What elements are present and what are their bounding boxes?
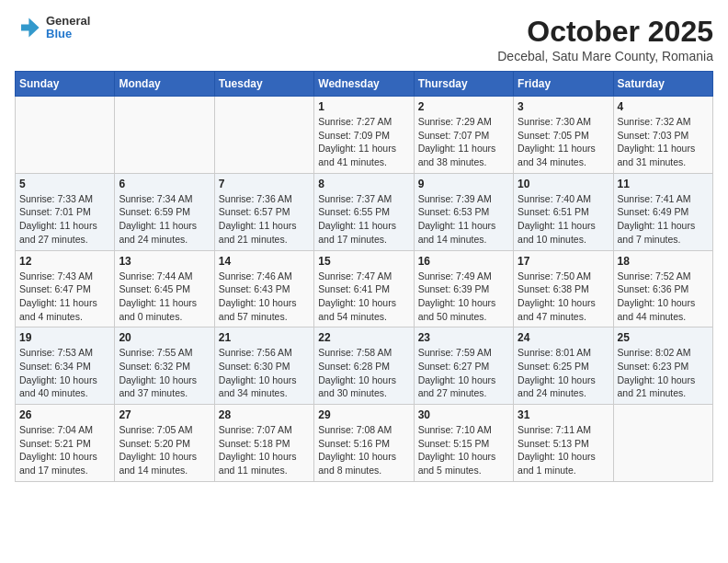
calendar-cell: 2Sunrise: 7:29 AM Sunset: 7:07 PM Daylig… <box>414 97 513 174</box>
day-info: Sunrise: 7:53 AM Sunset: 6:34 PM Dayligh… <box>19 346 110 400</box>
location-subtitle: Decebal, Satu Mare County, Romania <box>497 49 713 63</box>
day-info: Sunrise: 7:36 AM Sunset: 6:57 PM Dayligh… <box>219 192 310 247</box>
title-block: October 2025 Decebal, Satu Mare County, … <box>497 15 713 63</box>
calendar-cell: 3Sunrise: 7:30 AM Sunset: 7:05 PM Daylig… <box>514 97 613 174</box>
calendar-cell: 29Sunrise: 7:08 AM Sunset: 5:16 PM Dayli… <box>314 405 414 482</box>
calendar-cell: 16Sunrise: 7:49 AM Sunset: 6:39 PM Dayli… <box>414 250 513 327</box>
day-number: 21 <box>219 331 310 344</box>
day-number: 31 <box>518 408 609 421</box>
calendar-week-5: 26Sunrise: 7:04 AM Sunset: 5:21 PM Dayli… <box>16 405 713 482</box>
day-info: Sunrise: 7:39 AM Sunset: 6:53 PM Dayligh… <box>418 192 509 247</box>
calendar-cell: 28Sunrise: 7:07 AM Sunset: 5:18 PM Dayli… <box>214 405 313 482</box>
calendar-cell: 23Sunrise: 7:59 AM Sunset: 6:27 PM Dayli… <box>414 327 513 405</box>
day-number: 26 <box>19 408 110 421</box>
day-number: 20 <box>119 331 210 344</box>
weekday-header-thursday: Thursday <box>414 72 513 97</box>
calendar-cell: 31Sunrise: 7:11 AM Sunset: 5:13 PM Dayli… <box>514 405 613 482</box>
day-number: 18 <box>618 255 709 268</box>
day-number: 17 <box>518 255 609 268</box>
day-number: 24 <box>518 331 609 344</box>
calendar-cell <box>16 97 115 174</box>
calendar-cell <box>214 97 313 174</box>
calendar-cell <box>613 405 712 482</box>
weekday-header-row: SundayMondayTuesdayWednesdayThursdayFrid… <box>16 72 713 97</box>
day-number: 4 <box>618 100 709 113</box>
logo-text: General Blue <box>46 15 90 41</box>
weekday-header-friday: Friday <box>514 72 613 97</box>
calendar-cell: 8Sunrise: 7:37 AM Sunset: 6:55 PM Daylig… <box>314 173 414 250</box>
calendar-week-4: 19Sunrise: 7:53 AM Sunset: 6:34 PM Dayli… <box>16 327 713 405</box>
day-info: Sunrise: 7:56 AM Sunset: 6:30 PM Dayligh… <box>219 346 310 400</box>
day-info: Sunrise: 7:04 AM Sunset: 5:21 PM Dayligh… <box>19 423 110 477</box>
calendar-cell: 19Sunrise: 7:53 AM Sunset: 6:34 PM Dayli… <box>16 327 115 405</box>
day-info: Sunrise: 8:02 AM Sunset: 6:23 PM Dayligh… <box>618 346 709 400</box>
weekday-header-monday: Monday <box>115 72 214 97</box>
day-info: Sunrise: 7:58 AM Sunset: 6:28 PM Dayligh… <box>318 346 409 400</box>
day-number: 22 <box>318 331 409 344</box>
calendar-cell: 30Sunrise: 7:10 AM Sunset: 5:15 PM Dayli… <box>414 405 513 482</box>
calendar-cell <box>115 97 214 174</box>
day-number: 11 <box>618 178 709 190</box>
weekday-header-tuesday: Tuesday <box>214 72 313 97</box>
day-number: 15 <box>318 255 409 268</box>
calendar-cell: 27Sunrise: 7:05 AM Sunset: 5:20 PM Dayli… <box>115 405 214 482</box>
day-info: Sunrise: 7:10 AM Sunset: 5:15 PM Dayligh… <box>418 423 509 477</box>
weekday-header-wednesday: Wednesday <box>314 72 414 97</box>
logo-general: General <box>46 15 90 28</box>
page-header: General Blue October 2025 Decebal, Satu … <box>15 15 713 63</box>
calendar-header: SundayMondayTuesdayWednesdayThursdayFrid… <box>16 72 713 97</box>
calendar-cell: 25Sunrise: 8:02 AM Sunset: 6:23 PM Dayli… <box>613 327 712 405</box>
day-number: 9 <box>418 178 509 190</box>
calendar-cell: 15Sunrise: 7:47 AM Sunset: 6:41 PM Dayli… <box>314 250 414 327</box>
day-info: Sunrise: 7:50 AM Sunset: 6:38 PM Dayligh… <box>518 270 609 324</box>
day-info: Sunrise: 7:30 AM Sunset: 7:05 PM Dayligh… <box>518 115 609 169</box>
calendar-cell: 18Sunrise: 7:52 AM Sunset: 6:36 PM Dayli… <box>613 250 712 327</box>
day-number: 8 <box>318 178 409 190</box>
calendar-cell: 4Sunrise: 7:32 AM Sunset: 7:03 PM Daylig… <box>613 97 712 174</box>
day-info: Sunrise: 7:05 AM Sunset: 5:20 PM Dayligh… <box>119 423 210 477</box>
logo-blue: Blue <box>46 28 90 40</box>
day-info: Sunrise: 7:52 AM Sunset: 6:36 PM Dayligh… <box>618 270 709 324</box>
day-info: Sunrise: 7:27 AM Sunset: 7:09 PM Dayligh… <box>318 115 409 169</box>
logo: General Blue <box>15 15 90 41</box>
calendar-cell: 7Sunrise: 7:36 AM Sunset: 6:57 PM Daylig… <box>214 173 313 250</box>
calendar-cell: 12Sunrise: 7:43 AM Sunset: 6:47 PM Dayli… <box>16 250 115 327</box>
calendar-cell: 22Sunrise: 7:58 AM Sunset: 6:28 PM Dayli… <box>314 327 414 405</box>
calendar-cell: 13Sunrise: 7:44 AM Sunset: 6:45 PM Dayli… <box>115 250 214 327</box>
day-number: 5 <box>19 178 110 190</box>
day-info: Sunrise: 7:46 AM Sunset: 6:43 PM Dayligh… <box>219 270 310 324</box>
day-number: 28 <box>219 408 310 421</box>
calendar-cell: 1Sunrise: 7:27 AM Sunset: 7:09 PM Daylig… <box>314 97 414 174</box>
logo-icon <box>15 15 40 40</box>
day-info: Sunrise: 7:40 AM Sunset: 6:51 PM Dayligh… <box>518 192 609 247</box>
day-info: Sunrise: 7:08 AM Sunset: 5:16 PM Dayligh… <box>318 423 409 477</box>
day-number: 14 <box>219 255 310 268</box>
day-number: 1 <box>318 100 409 113</box>
calendar-cell: 17Sunrise: 7:50 AM Sunset: 6:38 PM Dayli… <box>514 250 613 327</box>
day-info: Sunrise: 7:32 AM Sunset: 7:03 PM Dayligh… <box>618 115 709 169</box>
day-number: 6 <box>119 178 210 190</box>
day-number: 23 <box>418 331 509 344</box>
day-info: Sunrise: 7:41 AM Sunset: 6:49 PM Dayligh… <box>618 192 709 247</box>
day-info: Sunrise: 7:07 AM Sunset: 5:18 PM Dayligh… <box>219 423 310 477</box>
day-number: 3 <box>518 100 609 113</box>
calendar-cell: 20Sunrise: 7:55 AM Sunset: 6:32 PM Dayli… <box>115 327 214 405</box>
day-number: 10 <box>518 178 609 190</box>
day-info: Sunrise: 7:44 AM Sunset: 6:45 PM Dayligh… <box>119 270 210 324</box>
day-info: Sunrise: 7:29 AM Sunset: 7:07 PM Dayligh… <box>418 115 509 169</box>
day-info: Sunrise: 8:01 AM Sunset: 6:25 PM Dayligh… <box>518 346 609 400</box>
calendar-cell: 24Sunrise: 8:01 AM Sunset: 6:25 PM Dayli… <box>514 327 613 405</box>
calendar-table: SundayMondayTuesdayWednesdayThursdayFrid… <box>15 71 713 482</box>
calendar-cell: 14Sunrise: 7:46 AM Sunset: 6:43 PM Dayli… <box>214 250 313 327</box>
day-number: 12 <box>19 255 110 268</box>
calendar-week-2: 5Sunrise: 7:33 AM Sunset: 7:01 PM Daylig… <box>16 173 713 250</box>
calendar-cell: 5Sunrise: 7:33 AM Sunset: 7:01 PM Daylig… <box>16 173 115 250</box>
day-number: 16 <box>418 255 509 268</box>
day-number: 29 <box>318 408 409 421</box>
calendar-week-1: 1Sunrise: 7:27 AM Sunset: 7:09 PM Daylig… <box>16 97 713 174</box>
day-info: Sunrise: 7:33 AM Sunset: 7:01 PM Dayligh… <box>19 192 110 247</box>
day-number: 30 <box>418 408 509 421</box>
day-info: Sunrise: 7:37 AM Sunset: 6:55 PM Dayligh… <box>318 192 409 247</box>
calendar-cell: 26Sunrise: 7:04 AM Sunset: 5:21 PM Dayli… <box>16 405 115 482</box>
day-info: Sunrise: 7:43 AM Sunset: 6:47 PM Dayligh… <box>19 270 110 324</box>
